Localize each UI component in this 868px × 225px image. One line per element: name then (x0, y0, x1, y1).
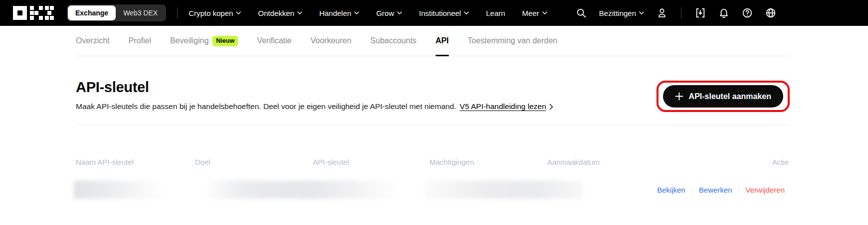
tab-toestemming-van-derden[interactable]: Toestemming van derden (468, 26, 558, 56)
nav-label: Meer (522, 9, 539, 17)
col-header-aanmaakdatum: Aanmaakdatum (547, 158, 772, 166)
nav-meer[interactable]: Meer (522, 9, 547, 17)
tab-label: Voorkeuren (311, 36, 352, 45)
nieuw-badge: Nieuw (213, 36, 238, 46)
toggle-web3-dex[interactable]: Web3 DEX (116, 5, 165, 20)
tab-label: Subaccounts (370, 36, 417, 45)
chevron-right-icon (549, 104, 554, 110)
nav-grow[interactable]: Grow (376, 9, 402, 17)
nav-crypto-kopen[interactable]: Crypto kopen (189, 9, 241, 17)
chevron-down-icon (639, 11, 644, 14)
tab-label: Toestemming van derden (468, 36, 558, 45)
navbar-divider (681, 7, 681, 18)
tab-label: Verificatie (257, 36, 291, 45)
search-icon[interactable] (576, 7, 587, 18)
primary-nav: Crypto kopen Ontdekken Handelen Grow Ins… (189, 9, 547, 17)
tab-subaccounts[interactable]: Subaccounts (370, 26, 417, 56)
tab-voorkeuren[interactable]: Voorkeuren (311, 26, 352, 56)
tab-label: API (435, 36, 449, 45)
description-text: Maak API-sleutels die passen bij je hand… (76, 102, 456, 111)
chevron-down-icon (397, 11, 402, 14)
row-actions: Bekijken Bewerken Verwijderen (657, 186, 785, 194)
toggle-exchange[interactable]: Exchange (68, 5, 116, 20)
navbar-right-group: Bezittingen (576, 7, 776, 18)
navbar-divider (177, 7, 178, 18)
plus-icon (675, 92, 683, 101)
nav-ontdekken[interactable]: Ontdekken (258, 9, 302, 17)
api-key-section-header: API-sleutel Maak API-sleutels die passen… (76, 79, 790, 111)
red-annotation-box: API-sleutel aanmaken (656, 81, 790, 112)
account-tabs: Overzicht Profiel Beveiliging Nieuw Veri… (76, 26, 790, 56)
redacted-key-name (74, 181, 165, 199)
col-header-machtigingen: Machtigingen (430, 158, 547, 166)
tab-label: Profiel (129, 36, 151, 45)
table-row: Bekijken Bewerken Verwijderen (76, 181, 790, 199)
edit-action-link[interactable]: Bewerken (699, 186, 732, 194)
tab-overzicht[interactable]: Overzicht (76, 26, 110, 56)
okx-logo-icon (13, 6, 54, 20)
assets-label: Bezittingen (599, 9, 636, 17)
tab-label: Beveiliging (170, 36, 209, 45)
chevron-down-icon (354, 11, 359, 14)
notifications-bell-icon[interactable] (718, 7, 729, 18)
nav-label: Institutioneel (419, 9, 461, 17)
delete-action-link[interactable]: Verwijderen (746, 186, 785, 194)
chevron-down-icon (297, 11, 302, 14)
product-toggle: Exchange Web3 DEX (67, 4, 166, 21)
col-header-naam: Naam API-sleutel (76, 158, 195, 166)
tab-api[interactable]: API (435, 26, 449, 56)
v5-api-guide-link[interactable]: V5 API-handleiding lezen (460, 102, 546, 111)
nav-learn[interactable]: Learn (486, 9, 505, 17)
create-button-label: API-sleutel aanmaken (689, 92, 771, 101)
user-profile-icon[interactable] (656, 7, 667, 18)
nav-label: Ontdekken (258, 9, 294, 17)
action-separator (692, 186, 692, 193)
help-icon[interactable] (742, 7, 753, 18)
chevron-down-icon (236, 11, 241, 14)
assets-dropdown[interactable]: Bezittingen (599, 9, 644, 17)
nav-label: Learn (486, 9, 505, 17)
api-key-table: Naam API-sleutel Doel API-sleutel Machti… (76, 158, 790, 199)
nav-label: Grow (376, 9, 394, 17)
action-separator (739, 186, 739, 193)
nav-label: Crypto kopen (189, 9, 233, 17)
nav-handelen[interactable]: Handelen (319, 9, 359, 17)
create-api-key-button[interactable]: API-sleutel aanmaken (663, 85, 783, 108)
chevron-down-icon (542, 11, 547, 14)
tab-beveiliging[interactable]: Beveiliging Nieuw (170, 26, 238, 56)
col-header-doel: Doel (195, 158, 313, 166)
col-header-api-sleutel: API-sleutel (313, 158, 430, 166)
table-header-row: Naam API-sleutel Doel API-sleutel Machti… (76, 158, 790, 166)
tab-label: Overzicht (76, 36, 110, 45)
redacted-key-date (425, 181, 583, 199)
tab-profiel[interactable]: Profiel (129, 26, 151, 56)
tab-verificatie[interactable]: Verificatie (257, 26, 291, 56)
section-divider (76, 124, 790, 125)
okx-logo[interactable] (13, 6, 54, 20)
chevron-down-icon (464, 11, 469, 14)
download-app-icon[interactable] (695, 7, 706, 18)
top-navbar: Exchange Web3 DEX Crypto kopen Ontdekken… (0, 0, 868, 26)
redacted-key-value (208, 181, 398, 199)
nav-institutioneel[interactable]: Institutioneel (419, 9, 469, 17)
nav-label: Handelen (319, 9, 351, 17)
language-globe-icon[interactable] (765, 7, 776, 18)
col-header-actie: Actie (772, 158, 790, 166)
page-content: Overzicht Profiel Beveiliging Nieuw Veri… (0, 26, 868, 199)
view-action-link[interactable]: Bekijken (657, 186, 685, 194)
